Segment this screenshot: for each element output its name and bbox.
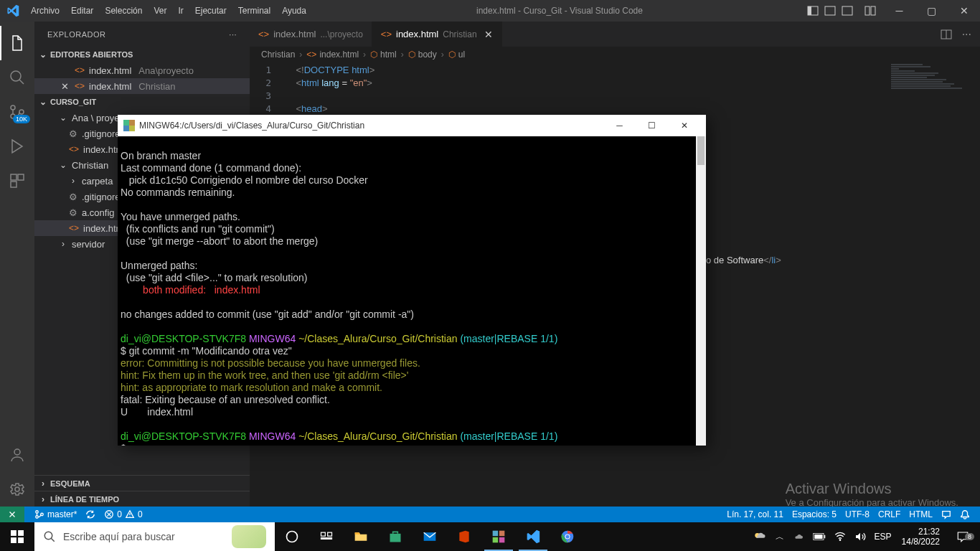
toggle-right-sidebar-icon[interactable]: [842, 5, 853, 17]
terminal-body[interactable]: On branch master Last command done (1 co…: [118, 136, 696, 446]
terminal-minimize-button[interactable]: ─: [603, 115, 636, 136]
encoding[interactable]: UTF-8: [841, 509, 874, 519]
run-debug-icon[interactable]: [0, 129, 34, 164]
svg-rect-29: [18, 537, 24, 543]
open-editor-item-active[interactable]: ✕ <> index.html Christian: [34, 78, 250, 94]
settings-gear-icon[interactable]: [0, 472, 34, 507]
terminal-maximize-button[interactable]: ☐: [636, 115, 668, 136]
branch-name: master*: [47, 509, 77, 519]
open-editors-header[interactable]: ⌄EDITORES ABIERTOS: [34, 47, 250, 62]
minimize-button[interactable]: ─: [883, 0, 915, 22]
wifi-icon[interactable]: [830, 522, 850, 551]
terminal-close-button[interactable]: ✕: [668, 115, 700, 136]
language-mode[interactable]: HTML: [905, 509, 937, 519]
volume-icon[interactable]: [850, 522, 870, 551]
menu-ejecutar[interactable]: Ejecutar: [189, 1, 232, 20]
outline-section[interactable]: ›ESQUEMA: [34, 475, 250, 491]
toggle-sidebar-icon[interactable]: [807, 5, 819, 17]
action-center-icon[interactable]: 8: [946, 530, 980, 543]
indentation[interactable]: Espacios: 5: [788, 509, 841, 519]
menu-editar[interactable]: Editar: [65, 1, 99, 20]
menu-ver[interactable]: Ver: [148, 1, 172, 20]
tab-index-christian[interactable]: <> index.html Christian ✕: [372, 22, 502, 47]
weather-icon[interactable]: [748, 522, 771, 551]
editor-actions: ···: [941, 22, 980, 47]
menu-archivo[interactable]: Archivo: [25, 1, 65, 20]
mail-icon[interactable]: [413, 522, 447, 551]
code-line: <html lang = "en">: [286, 77, 980, 90]
onedrive-icon[interactable]: [788, 522, 809, 551]
timeline-section[interactable]: ›LÍNEA DE TIEMPO: [34, 491, 250, 507]
svg-rect-21: [129, 126, 135, 131]
battery-icon[interactable]: [809, 522, 830, 551]
explorer-more-icon[interactable]: ···: [229, 30, 237, 39]
terminal-title: MINGW64:/c/Users/di_vi/Clases_Alura/Curs…: [139, 121, 364, 131]
breadcrumb[interactable]: Christian› <>index.html› ⬡html› ⬡body› ⬡…: [250, 47, 980, 62]
microsoft-store-icon[interactable]: [378, 522, 413, 551]
breadcrumb-item[interactable]: body: [418, 50, 437, 60]
scrollbar-thumb[interactable]: [697, 136, 705, 165]
project-name: CURSO_GIT: [50, 98, 96, 106]
close-editor-icon[interactable]: ✕: [59, 81, 70, 92]
menu-ayuda[interactable]: Ayuda: [276, 1, 312, 20]
tab-index-proyecto[interactable]: <> index.html ...\proyecto: [250, 22, 372, 47]
search-icon[interactable]: [0, 60, 34, 95]
html-file-icon: <>: [69, 223, 79, 233]
menu-terminal[interactable]: Terminal: [232, 1, 276, 20]
open-editor-filename: index.html: [89, 65, 131, 76]
clock[interactable]: 21:32 14/8/2022: [896, 527, 946, 547]
split-editor-icon[interactable]: [941, 29, 952, 40]
office-icon[interactable]: [447, 522, 481, 551]
sync-button[interactable]: [81, 509, 100, 519]
extensions-icon[interactable]: [0, 164, 34, 198]
breadcrumb-item[interactable]: html: [380, 50, 397, 60]
notifications-icon[interactable]: [956, 509, 974, 519]
feedback-icon[interactable]: [937, 509, 956, 519]
term-line: (use "git add <file>..." to mark resolut…: [121, 272, 308, 283]
element-icon: ⬡: [370, 50, 377, 60]
cursor-position[interactable]: Lín. 17, col. 11: [722, 509, 788, 519]
project-header[interactable]: ⌄CURSO_GIT: [34, 94, 250, 110]
breadcrumb-item[interactable]: Christian: [261, 50, 295, 60]
menu-ir[interactable]: Ir: [172, 1, 189, 20]
terminal-titlebar[interactable]: MINGW64:/c/Users/di_vi/Clases_Alura/Curs…: [118, 115, 706, 136]
code-editor[interactable]: 1234 <!DOCTYPE html> <html lang = "en"> …: [250, 62, 980, 116]
breadcrumb-item[interactable]: ul: [458, 50, 465, 60]
tray-chevron-icon[interactable]: ︿: [771, 522, 788, 551]
terminal-scrollbar[interactable]: [696, 136, 706, 446]
chrome-icon[interactable]: [550, 522, 585, 551]
taskbar-search[interactable]: Escribe aquí para buscar: [34, 522, 275, 551]
task-view-icon[interactable]: [309, 522, 344, 551]
menu-seleccion[interactable]: Selección: [99, 1, 148, 20]
minimap[interactable]: [891, 64, 970, 150]
customize-layout-icon[interactable]: [864, 5, 876, 17]
clock-date: 14/8/2022: [902, 537, 940, 547]
maximize-button[interactable]: ▢: [915, 0, 948, 22]
svg-rect-3: [825, 11, 835, 15]
problems-indicator[interactable]: 0 0: [100, 509, 146, 519]
svg-point-23: [36, 516, 39, 519]
start-button[interactable]: [0, 522, 34, 551]
file-explorer-icon[interactable]: [344, 522, 378, 551]
more-actions-icon[interactable]: ···: [962, 28, 971, 41]
breadcrumb-item[interactable]: index.html: [319, 50, 359, 60]
vscode-taskbar-icon[interactable]: [516, 522, 550, 551]
close-button[interactable]: ✕: [948, 0, 980, 22]
open-editor-item[interactable]: <> index.html Ana\proyecto: [34, 62, 250, 78]
git-branch[interactable]: master*: [30, 509, 81, 519]
term-line: hint: as appropriate to mark resolution …: [121, 382, 382, 393]
power-toys-icon[interactable]: [481, 522, 516, 551]
eol[interactable]: CRLF: [874, 509, 905, 519]
term-line: no changes added to commit (use "git add…: [121, 309, 414, 320]
cortana-icon[interactable]: [275, 522, 309, 551]
tab-filename: index.html: [396, 29, 438, 39]
source-control-icon[interactable]: 10K: [0, 95, 34, 129]
remote-indicator[interactable]: [0, 507, 24, 522]
accounts-icon[interactable]: [0, 438, 34, 472]
close-tab-icon[interactable]: ✕: [484, 29, 493, 40]
toggle-panel-icon[interactable]: [824, 5, 836, 17]
explorer-icon[interactable]: [0, 26, 34, 60]
svg-rect-33: [328, 532, 332, 536]
search-highlight-icon: [232, 525, 266, 548]
language-indicator[interactable]: ESP: [870, 522, 896, 551]
